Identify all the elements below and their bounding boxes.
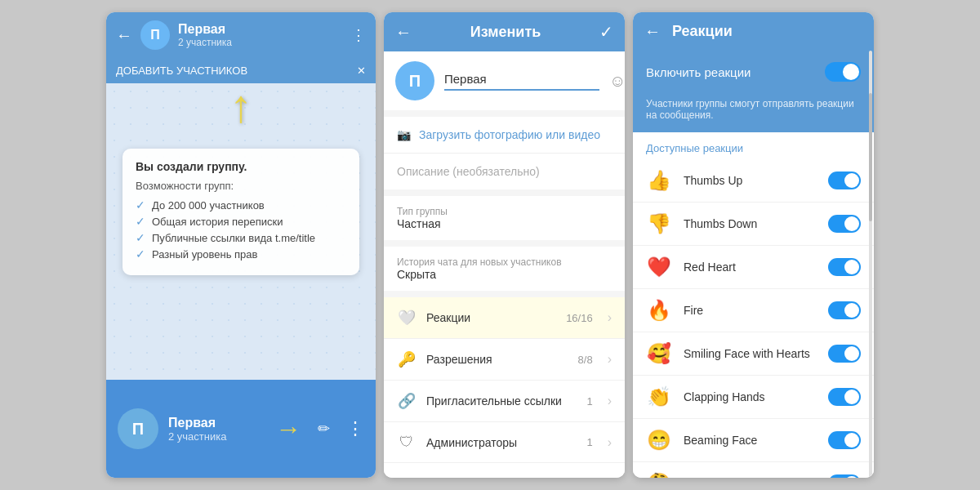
menu-item-permissions[interactable]: 🔑 Разрешения 8/8 › <box>384 339 625 381</box>
up-arrow-icon: ↑ <box>229 83 252 129</box>
upload-label: Загрузить фотографию или видео <box>419 128 600 141</box>
menu-item-members-content: Участники <box>426 477 577 478</box>
reaction-toggle-6[interactable] <box>828 431 861 449</box>
edit-icon[interactable]: ✏ <box>318 420 330 438</box>
header-subtitle: 2 участника <box>178 37 343 48</box>
reaction-item-4: 🥰Smiling Face with Hearts <box>633 332 874 376</box>
arrow-up-container: ↑ <box>229 83 252 129</box>
panel3-header: ← Реакции <box>633 12 874 51</box>
menu-item-members[interactable]: 👥 Участники 2 › <box>384 463 625 478</box>
members-icon: 👥 <box>397 474 416 478</box>
panel-left: ← П Первая 2 участника ⋮ ДОБАВИТЬ УЧАСТН… <box>106 12 376 478</box>
menu-item-reactions-content: Реакции <box>426 311 556 324</box>
chevron-right-icon-3: › <box>608 394 612 408</box>
header-info: Первая 2 участника <box>178 22 343 48</box>
reaction-toggle-7[interactable] <box>828 474 861 478</box>
reaction-emoji-4: 🥰 <box>646 342 672 365</box>
reaction-toggle-4[interactable] <box>828 345 861 363</box>
permissions-badge: 8/8 <box>578 354 593 366</box>
info-label-type: Тип группы <box>397 206 612 217</box>
group-name-input[interactable] <box>444 72 599 91</box>
chevron-right-icon-5: › <box>608 476 612 478</box>
links-icon: 🔗 <box>397 392 416 410</box>
menu-item-permissions-content: Разрешения <box>426 353 568 366</box>
reaction-item-6: 😁Beaming Face <box>633 419 874 462</box>
links-badge: 1 <box>586 395 592 408</box>
add-participants-bar[interactable]: ДОБАВИТЬ УЧАСТНИКОВ ✕ <box>106 58 376 83</box>
reactions-badge: 16/16 <box>566 312 593 324</box>
description-area[interactable]: Описание (необязательно) <box>384 154 625 189</box>
reaction-emoji-1: 👎 <box>646 212 672 235</box>
reaction-item-3: 🔥Fire <box>633 289 874 332</box>
info-value-history: Скрыта <box>397 268 612 281</box>
menu-item-permissions-label: Разрешения <box>426 353 568 366</box>
more-icon-bottom[interactable]: ⋮ <box>346 418 364 439</box>
toggle-switch[interactable] <box>825 62 861 82</box>
bottom-info: Первая 2 участника <box>168 416 265 443</box>
reactions-list: 👍Thumbs Up👎Thumbs Down❤️Red Heart🔥Fire🥰S… <box>633 159 874 478</box>
reaction-toggle-1[interactable] <box>828 215 861 233</box>
panel2-title: Изменить <box>470 24 541 41</box>
reaction-label-0: Thumbs Up <box>684 174 817 187</box>
chevron-right-icon: › <box>608 310 612 325</box>
menu-item-admins-content: Администраторы <box>426 436 577 449</box>
reaction-toggle-5[interactable] <box>828 388 861 406</box>
camera-icon: 📷 <box>397 128 411 141</box>
check-mark-icon[interactable]: ✓ <box>599 22 613 42</box>
menu-item-reactions[interactable]: 🤍 Реакции 16/16 › <box>384 297 625 339</box>
menu-item-links-content: Пригласительные ссылки <box>426 394 577 408</box>
menu-item-admins[interactable]: 🛡 Администраторы 1 › <box>384 422 625 463</box>
add-participants-label: ДОБАВИТЬ УЧАСТНИКОВ <box>116 65 247 77</box>
bottom-name: Первая <box>168 416 265 430</box>
tooltip-item-2: ✓ Общая история переписки <box>136 215 346 228</box>
reaction-emoji-2: ❤️ <box>646 256 672 278</box>
reactions-inner: Включить реакции Участники группы смогут… <box>633 51 874 478</box>
reaction-emoji-0: 👍 <box>646 169 672 192</box>
menu-item-reactions-label: Реакции <box>426 311 556 324</box>
panel1-header: ← П Первая 2 участника ⋮ <box>106 12 376 58</box>
permissions-icon: 🔑 <box>397 350 416 368</box>
reaction-toggle-0[interactable] <box>828 172 861 189</box>
tooltip-item-3: ✓ Публичные ссылки вида t.me/title <box>136 231 346 244</box>
tooltip-box: Вы создали группу. Возможности групп: ✓ … <box>122 149 359 275</box>
upload-area[interactable]: 📷 Загрузить фотографию или видео <box>384 117 625 154</box>
back-button[interactable]: ← <box>116 26 132 45</box>
bottom-subtitle: 2 участника <box>168 430 265 443</box>
reaction-label-1: Thumbs Down <box>684 217 817 230</box>
reaction-emoji-3: 🔥 <box>646 299 672 322</box>
more-icon[interactable]: ⋮ <box>351 26 366 44</box>
info-block-type: Тип группы Частная <box>384 196 625 240</box>
reaction-item-1: 👎Thumbs Down <box>633 203 874 246</box>
bottom-avatar: П <box>118 408 158 449</box>
panel-right: ← Реакции Включить реакции Участники гру… <box>633 12 874 478</box>
reaction-item-5: 👏Clapping Hands <box>633 376 874 419</box>
check-icon-3: ✓ <box>136 231 145 244</box>
close-icon[interactable]: ✕ <box>357 65 366 77</box>
menu-item-links[interactable]: 🔗 Пригласительные ссылки 1 › <box>384 381 625 422</box>
menu-item-links-label: Пригласительные ссылки <box>426 394 577 408</box>
panel2-body: П ☺ 📷 Загрузить фотографию или видео Опи… <box>384 51 625 478</box>
info-value-type: Частная <box>397 217 612 230</box>
reaction-toggle-2[interactable] <box>828 258 861 276</box>
reaction-label-3: Fire <box>684 304 817 317</box>
toggle-label: Включить реакции <box>646 65 751 79</box>
panel3-back-button[interactable]: ← <box>644 22 661 41</box>
reactions-body: Включить реакции Участники группы смогут… <box>633 51 874 478</box>
reaction-item-2: ❤️Red Heart <box>633 246 874 289</box>
emoji-icon[interactable]: ☺ <box>609 72 625 91</box>
menu-item-admins-label: Администраторы <box>426 436 577 449</box>
panel2-header: ← Изменить ✓ <box>384 12 625 51</box>
check-icon-1: ✓ <box>136 198 145 212</box>
scrollbar-thumb[interactable] <box>869 93 872 221</box>
header-icons: ⋮ <box>351 26 366 44</box>
admins-icon: 🛡 <box>397 434 416 451</box>
reaction-item-7: 🤔Thinking Face <box>633 462 874 478</box>
panel2-back-button[interactable]: ← <box>395 23 412 42</box>
panel3-title: Реакции <box>672 23 733 40</box>
avatar: П <box>140 20 170 50</box>
check-icon-2: ✓ <box>136 215 145 228</box>
reaction-label-5: Clapping Hands <box>684 390 817 403</box>
reaction-label-4: Smiling Face with Hearts <box>684 347 817 360</box>
chevron-right-icon-4: › <box>608 435 612 450</box>
reaction-toggle-3[interactable] <box>828 301 861 319</box>
